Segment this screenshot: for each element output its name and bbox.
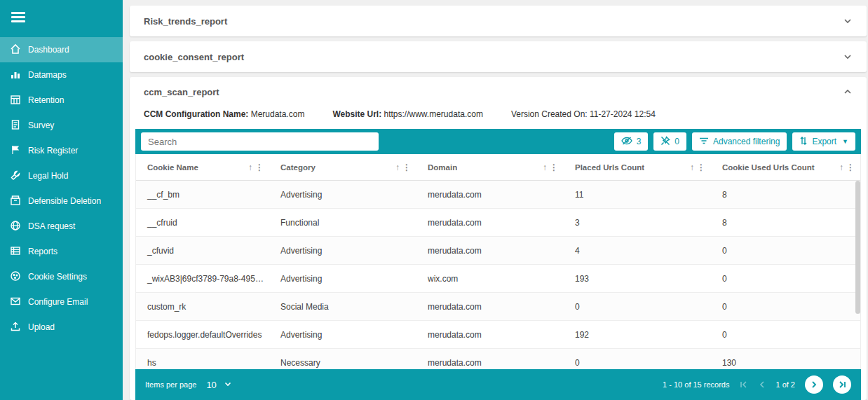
sidebar-item-defensible-deletion[interactable]: Defensible Deletion xyxy=(0,188,123,214)
upload-icon xyxy=(10,321,21,334)
sort-arrow-icon[interactable]: ↑ xyxy=(543,163,547,172)
accordion-ccm-scan-report-header[interactable]: ccm_scan_report xyxy=(130,77,867,106)
sidebar-item-dsa-request[interactable]: DSA request xyxy=(0,214,123,239)
chart-icon xyxy=(10,69,21,82)
export-button[interactable]: Export ▼ xyxy=(792,132,855,151)
sort-arrow-icon[interactable]: ↑ xyxy=(690,163,694,172)
cell-cookie-name: __cfruid xyxy=(136,218,269,228)
cell-domain: wix.com xyxy=(416,274,564,284)
sidebar-item-label: Datamaps xyxy=(28,70,67,80)
column-header-category[interactable]: Category ↑⋮ xyxy=(269,154,416,180)
column-header-placed-urls-count[interactable]: Placed Urls Count ↑⋮ xyxy=(564,154,711,180)
cell-placed-urls-count: 3 xyxy=(564,218,711,228)
sort-arrow-icon[interactable]: ↑ xyxy=(395,163,400,172)
accordion-risk-trends-report[interactable]: Risk_trends_report xyxy=(130,6,867,36)
main-content: Risk_trends_report cookie_consent_report… xyxy=(123,0,868,400)
table-row: _wixAB3|69cf3789-79a8-4954-9efb-44e5... … xyxy=(136,265,860,293)
previous-page-button[interactable] xyxy=(759,380,766,389)
column-header-cookie-name[interactable]: Cookie Name ↑⋮ xyxy=(136,154,269,180)
sidebar-item-label: Defensible Deletion xyxy=(28,196,101,206)
filter-icon xyxy=(699,137,709,147)
sidebar-item-upload[interactable]: Upload xyxy=(0,315,123,340)
cell-category: Advertising xyxy=(269,190,416,200)
sidebar-item-label: Dashboard xyxy=(28,45,69,55)
cell-cookie-name: custom_rk xyxy=(136,302,269,312)
column-header-domain[interactable]: Domain ↑⋮ xyxy=(416,154,564,180)
app-root: Dashboard Datamaps Retention Survey Risk… xyxy=(0,0,868,400)
pin-count: 0 xyxy=(674,137,679,146)
visibility-button[interactable]: 3 xyxy=(614,132,649,151)
mail-icon xyxy=(10,296,21,309)
column-menu-icon[interactable]: ⋮ xyxy=(550,163,558,172)
next-page-button[interactable] xyxy=(805,375,823,394)
advanced-filtering-button[interactable]: Advanced filtering xyxy=(692,132,787,151)
hamburger-menu-icon[interactable] xyxy=(0,0,123,32)
cell-cookie-name: _cfuvid xyxy=(136,246,269,256)
sidebar-item-risk-register[interactable]: Risk Register xyxy=(0,138,123,163)
cell-cookie-used-urls-count: 0 xyxy=(711,274,860,284)
column-menu-icon[interactable]: ⋮ xyxy=(255,163,264,172)
sidebar-item-survey[interactable]: Survey xyxy=(0,113,123,138)
column-menu-icon[interactable]: ⋮ xyxy=(697,163,705,172)
sidebar-item-dashboard[interactable]: Dashboard xyxy=(0,37,123,62)
sort-arrow-icon[interactable]: ↑ xyxy=(839,163,843,172)
pin-button[interactable]: 0 xyxy=(653,132,686,151)
sidebar-item-label: Legal Hold xyxy=(28,171,68,181)
sidebar-item-configure-email[interactable]: Configure Email xyxy=(0,289,123,315)
cell-placed-urls-count: 0 xyxy=(564,302,711,312)
vertical-scrollbar[interactable] xyxy=(855,181,860,314)
chevron-up-icon[interactable] xyxy=(843,87,853,97)
version-created-on: Version Created On: 11-27-2024 12:54 xyxy=(511,109,656,119)
column-menu-icon[interactable]: ⋮ xyxy=(402,163,411,172)
column-header-cookie-used-urls-count[interactable]: Cookie Used Urls Count ↑⋮ xyxy=(711,154,860,180)
cell-cookie-name: fedops.logger.defaultOverrides xyxy=(136,330,269,340)
accordion-cookie-consent-report[interactable]: cookie_consent_report xyxy=(130,41,867,72)
flag-icon xyxy=(10,144,21,158)
cell-cookie-used-urls-count: 0 xyxy=(711,246,860,256)
wrench-icon xyxy=(10,170,21,183)
report-icon xyxy=(10,245,21,258)
sidebar-item-label: Risk Register xyxy=(28,146,78,156)
sidebar-item-cookie-settings[interactable]: Cookie Settings xyxy=(0,264,123,289)
calendar-icon xyxy=(10,94,21,107)
globe-icon xyxy=(10,220,21,233)
cell-category: Advertising xyxy=(269,246,416,256)
page-of-text: 1 of 2 xyxy=(775,380,795,389)
column-menu-icon[interactable]: ⋮ xyxy=(846,163,855,172)
sidebar-item-reports[interactable]: Reports xyxy=(0,239,123,264)
sidebar-item-retention[interactable]: Retention xyxy=(0,88,123,113)
first-page-button[interactable] xyxy=(739,380,749,389)
cell-category: Necessary xyxy=(269,358,416,368)
table-header-row: Cookie Name ↑⋮ Category ↑⋮ Domain ↑⋮ Pla… xyxy=(136,154,860,181)
pin-off-icon xyxy=(660,136,670,148)
sidebar-item-datamaps[interactable]: Datamaps xyxy=(0,62,123,88)
sidebar-item-label: Configure Email xyxy=(28,297,88,307)
cell-cookie-used-urls-count: 8 xyxy=(711,190,860,200)
sidebar-item-label: Upload xyxy=(28,322,55,332)
search-input[interactable] xyxy=(141,132,379,151)
sidebar-item-label: Reports xyxy=(28,247,57,256)
items-per-page-value: 10 xyxy=(206,380,216,390)
visibility-count: 3 xyxy=(637,137,642,146)
table-body: __cf_bm Advertising merudata.com 11 8 __… xyxy=(136,181,860,369)
last-page-button[interactable] xyxy=(833,375,851,394)
cell-placed-urls-count: 11 xyxy=(564,190,711,200)
accordion-title: cookie_consent_report xyxy=(144,52,244,62)
cell-cookie-used-urls-count: 130 xyxy=(711,358,860,368)
chevron-down-icon[interactable] xyxy=(843,16,853,26)
items-per-page-dropdown[interactable] xyxy=(224,380,232,389)
sort-arrow-icon[interactable]: ↑ xyxy=(248,163,252,172)
sidebar-item-label: Survey xyxy=(28,120,54,130)
cell-category: Advertising xyxy=(269,330,416,340)
report-meta: CCM Configuration Name: Merudata.com Web… xyxy=(130,106,867,129)
ccm-config-name: CCM Configuration Name: Merudata.com xyxy=(144,109,304,119)
accordion-title: Risk_trends_report xyxy=(144,16,227,27)
cell-cookie-used-urls-count: 0 xyxy=(711,302,860,312)
chevron-down-icon[interactable] xyxy=(843,52,853,62)
sidebar-item-legal-hold[interactable]: Legal Hold xyxy=(0,163,123,188)
cell-domain: merudata.com xyxy=(416,190,564,200)
archive-icon xyxy=(10,195,21,208)
table-row: _cfuvid Advertising merudata.com 4 0 xyxy=(136,237,860,265)
cell-cookie-name: _wixAB3|69cf3789-79a8-4954-9efb-44e5... xyxy=(136,274,269,284)
table-row: hs Necessary merudata.com 0 130 xyxy=(136,349,860,369)
